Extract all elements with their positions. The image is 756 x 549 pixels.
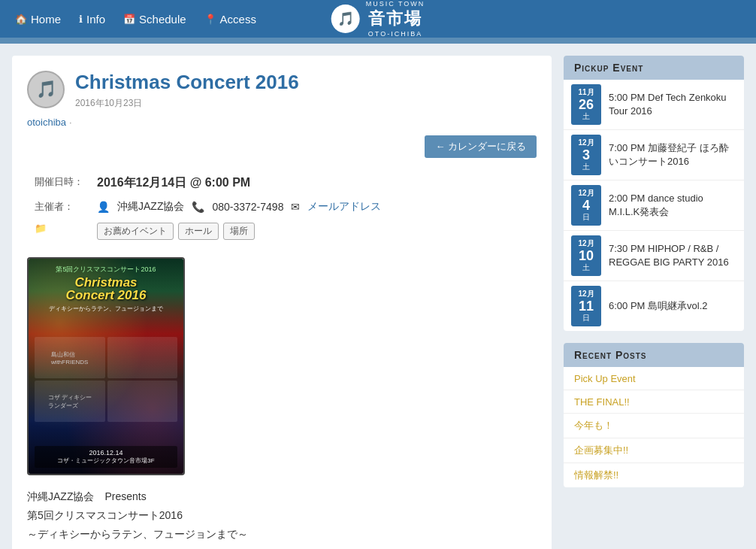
event-title-block: Christmas Concert 2016 2016年10月23日: [75, 71, 299, 110]
event-image-inner: 第5回クリスマスコンサート2016 ChristmasConcert 2016 …: [29, 259, 183, 474]
home-icon: 🏠: [15, 14, 27, 25]
dow-2: 日: [582, 212, 590, 223]
logo-main: 音市場: [368, 8, 422, 30]
img-christmas: ChristmasConcert 2016: [35, 276, 177, 302]
pickup-desc-3: 7:30 PM HIPHOP / R&B / REGGAE BIG PARTY …: [609, 235, 736, 276]
event-title: Christmas Concert 2016: [75, 71, 299, 94]
recent-post-link-3[interactable]: 企画募集中!!: [574, 444, 628, 456]
back-btn-row: ← カレンダーに戻る: [27, 135, 537, 158]
day-0: 26: [579, 98, 594, 111]
sidebar: Pickup Event 11月 26 土 5:00 PM Def Tech Z…: [564, 56, 744, 549]
dow-4: 日: [582, 313, 590, 323]
organizer-email-link[interactable]: メールアドレス: [307, 200, 381, 214]
pickup-date-0: 11月 26 土: [571, 84, 601, 125]
subheader-bar: [0, 38, 756, 44]
dow-1: 土: [582, 162, 590, 172]
tag-1[interactable]: ホール: [178, 223, 219, 240]
organizer-name: 沖縄JAZZ協会: [117, 200, 184, 214]
site-logo: 🎵 MUSIC TOWN 音市場 OTO-ICHIBA: [331, 0, 425, 38]
folder-icon: 📁: [35, 223, 47, 234]
tags-container: お薦めイベント ホール 場所: [97, 223, 529, 240]
recent-posts-list: Pick Up Event THE FINAL!! 今年も！ 企画募集中!! 情…: [564, 367, 744, 487]
month-4: 12月: [578, 289, 594, 299]
datetime-label: 開催日時：: [29, 171, 89, 195]
pickup-date-4: 12月 11 日: [571, 286, 601, 326]
pickup-date-1: 12月 3 土: [571, 135, 601, 175]
pickup-date-2: 12月 4 日: [571, 185, 601, 226]
pickup-event-item-1[interactable]: 12月 3 土 7:00 PM 加藤登紀子 ほろ酔いコンサート2016: [564, 130, 744, 180]
recent-post-2: 今年も！: [564, 414, 744, 438]
month-1: 12月: [578, 138, 594, 148]
access-icon: 📍: [204, 14, 216, 25]
img-band-1: 島山和信withFRIENDS: [35, 337, 105, 378]
schedule-icon: 📅: [123, 14, 135, 25]
desc-line2: 第5回クリスマスコンサート2016: [27, 506, 537, 525]
img-band-2: [107, 337, 178, 378]
back-to-calendar-button[interactable]: ← カレンダーに戻る: [425, 135, 537, 158]
tag-0[interactable]: お薦めイベント: [97, 223, 174, 240]
pickup-desc-4: 6:00 PM 島唄継承vol.2: [609, 286, 736, 326]
nav-access[interactable]: 📍 Access: [204, 13, 256, 26]
recent-post-3: 企画募集中!!: [564, 438, 744, 463]
recent-post-link-0[interactable]: Pick Up Event: [574, 373, 636, 384]
nav-home[interactable]: 🏠 Home: [15, 13, 61, 26]
tags-label: 📁: [29, 219, 89, 244]
recent-posts-section: Recent Posts Pick Up Event THE FINAL!! 今…: [564, 343, 744, 487]
pickup-desc-0: 5:00 PM Def Tech Zenkoku Tour 2016: [609, 84, 736, 125]
organizer-label: 主催者：: [29, 196, 89, 217]
day-1: 3: [582, 148, 590, 162]
content-area: 🎵 Christmas Concert 2016 2016年10月23日 oto…: [12, 56, 552, 549]
phone-icon: 📞: [192, 201, 204, 213]
nav-info[interactable]: ℹ Info: [79, 13, 105, 26]
avatar: 🎵: [27, 71, 65, 108]
pickup-desc-1: 7:00 PM 加藤登紀子 ほろ酔いコンサート2016: [609, 135, 736, 175]
datetime-row: 開催日時： 2016年12月14日 @ 6:00 PM: [29, 171, 535, 195]
tags-row: 📁 お薦めイベント ホール 場所: [29, 219, 535, 244]
datetime-value: 2016年12月14日 @ 6:00 PM: [91, 171, 535, 195]
pickup-event-item-0[interactable]: 11月 26 土 5:00 PM Def Tech Zenkoku Tour 2…: [564, 80, 744, 130]
person-icon: 👤: [97, 201, 110, 213]
img-band-3: コザ ディキシーランダーズ: [35, 381, 105, 422]
pickup-event-item-2[interactable]: 12月 4 日 2:00 PM dance studio M.I.L.K発表会: [564, 180, 744, 231]
dow-3: 土: [582, 262, 590, 273]
pickup-event-list: 11月 26 土 5:00 PM Def Tech Zenkoku Tour 2…: [564, 80, 744, 331]
organizer-phone: 080-3372-7498: [212, 201, 283, 213]
organizer-row: 主催者： 👤 沖縄JAZZ協会 📞 080-3372-7498 ✉ メールアドレ…: [29, 196, 535, 217]
recent-post-1: THE FINAL!!: [564, 390, 744, 414]
event-description: 沖縄JAZZ協会 Presents 第5回クリスマスコンサート2016 ～ディキ…: [27, 487, 537, 544]
pickup-desc-2: 2:00 PM dance studio M.I.L.K発表会: [609, 185, 736, 226]
day-2: 4: [582, 199, 590, 212]
img-venue: コザ・ミュージックタウン音市場3F: [57, 457, 154, 464]
recent-post-link-2[interactable]: 今年も！: [574, 420, 613, 431]
recent-post-0: Pick Up Event: [564, 367, 744, 390]
recent-post-link-4[interactable]: 情報解禁!!: [574, 469, 618, 481]
img-text-1: 第5回クリスマスコンサート2016: [35, 265, 177, 274]
day-3: 10: [579, 249, 594, 262]
logo-sub2: OTO-ICHIBA: [368, 30, 422, 38]
nav-schedule[interactable]: 📅 Schedule: [123, 13, 186, 26]
img-subtitle: ディキシーからラテン、フュージョンまで: [35, 305, 177, 313]
month-2: 12月: [578, 188, 594, 199]
pickup-event-item-3[interactable]: 12月 10 土 7:30 PM HIPHOP / R&B / REGGAE B…: [564, 231, 744, 281]
recent-post-link-1[interactable]: THE FINAL!!: [574, 396, 630, 408]
pickup-date-3: 12月 10 土: [571, 235, 601, 276]
main-container: 🎵 Christmas Concert 2016 2016年10月23日 oto…: [0, 44, 756, 549]
img-band-area: 島山和信withFRIENDS コザ ディキシーランダーズ: [35, 317, 177, 441]
day-4: 11: [579, 299, 594, 313]
email-icon: ✉: [291, 201, 300, 213]
author-link[interactable]: otoichiba: [27, 117, 66, 128]
header: 🏠 Home ℹ Info 📅 Schedule 📍 Access 🎵 MUSI…: [0, 0, 756, 38]
logo-sub: MUSIC TOWN: [366, 0, 425, 8]
logo-icon: 🎵: [331, 5, 360, 33]
tags-value: お薦めイベント ホール 場所: [91, 219, 535, 244]
recent-post-4: 情報解禁!!: [564, 463, 744, 487]
month-3: 12月: [578, 238, 594, 249]
tag-2[interactable]: 場所: [223, 223, 255, 240]
pickup-event-item-4[interactable]: 12月 11 日 6:00 PM 島唄継承vol.2: [564, 281, 744, 331]
desc-line3: ～ディキシーからラテン、フュージョンまで～: [27, 525, 537, 544]
img-band-4: [107, 381, 178, 422]
event-published-date: 2016年10月23日: [75, 97, 299, 110]
pickup-event-title: Pickup Event: [564, 56, 744, 80]
event-info-table: 開催日時： 2016年12月14日 @ 6:00 PM 主催者： 👤 沖縄JAZ…: [27, 170, 537, 245]
organizer-value: 👤 沖縄JAZZ協会 📞 080-3372-7498 ✉ メールアドレス: [91, 196, 535, 217]
